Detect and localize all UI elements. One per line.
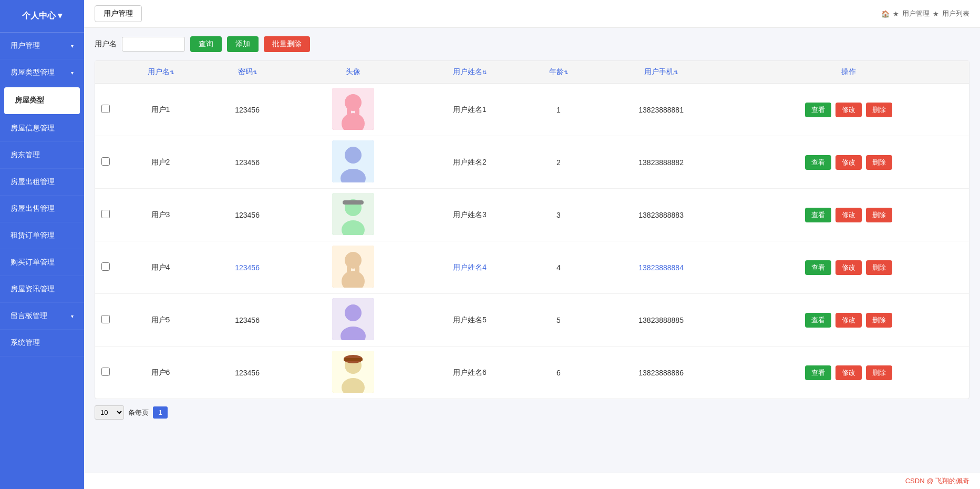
- row-actions: 查看 修改 删除: [728, 241, 969, 294]
- delete-button-4[interactable]: 删除: [866, 260, 892, 275]
- row-username: 用户4: [116, 241, 205, 294]
- user-table: 用户名⇅ 密码⇅ 头像 用户姓名⇅ 年龄⇅ 用户手机⇅ 操作 用户1 12345…: [95, 61, 969, 399]
- delete-button-5[interactable]: 删除: [866, 313, 892, 328]
- row-actions: 查看 修改 删除: [728, 136, 969, 189]
- sidebar-item-user-management[interactable]: 用户管理▾: [0, 33, 84, 59]
- edit-button-4[interactable]: 修改: [835, 260, 862, 275]
- row-fullname: 用户姓名5: [417, 294, 523, 347]
- table-row: 用户2 123456 用户姓名2 2 13823888882 查看 修改 删除: [95, 136, 969, 189]
- view-button-4[interactable]: 查看: [805, 260, 831, 275]
- sidebar-item-rental-order-management[interactable]: 租赁订单管理: [0, 222, 84, 249]
- sidebar-item-label: 房屋出售管理: [11, 204, 55, 213]
- sidebar-item-house-type[interactable]: 房屋类型: [4, 87, 80, 114]
- delete-button-3[interactable]: 删除: [866, 208, 892, 222]
- row-checkbox-3[interactable]: [101, 210, 110, 218]
- row-checkbox-1[interactable]: [101, 105, 110, 113]
- col-fullname[interactable]: 用户姓名⇅: [417, 61, 523, 84]
- content-area: 用户名 查询 添加 批量删除 用户名⇅ 密码⇅ 头像 用户姓名⇅ 年龄⇅ 用户手…: [84, 28, 980, 473]
- sidebar-item-label: 房屋类型管理: [11, 68, 55, 77]
- row-age: 4: [523, 241, 594, 294]
- view-button-1[interactable]: 查看: [805, 103, 831, 117]
- add-button[interactable]: 添加: [227, 36, 259, 52]
- footer-text: CSDN @ 飞翔的佩奇: [905, 477, 969, 485]
- row-username: 用户5: [116, 294, 205, 347]
- delete-button-6[interactable]: 删除: [866, 365, 892, 380]
- user-table-wrapper: 用户名⇅ 密码⇅ 头像 用户姓名⇅ 年龄⇅ 用户手机⇅ 操作 用户1 12345…: [95, 60, 969, 399]
- sidebar-item-system-management[interactable]: 系统管理: [0, 330, 84, 356]
- page-size-select[interactable]: 10 20 50 100: [95, 405, 124, 420]
- row-avatar: [290, 347, 416, 399]
- row-password: 123456: [205, 84, 290, 136]
- avatar-1: [332, 88, 374, 130]
- sidebar-item-arrow: ▾: [71, 70, 74, 76]
- pagination-bar: 10 20 50 100 条每页 1: [95, 399, 969, 422]
- sidebar-item-label: 房屋信息管理: [11, 124, 55, 133]
- sidebar-item-label: 房屋资讯管理: [11, 284, 55, 294]
- sidebar-item-house-news-management[interactable]: 房屋资讯管理: [0, 276, 84, 303]
- row-checkbox-cell: [95, 189, 116, 241]
- search-input[interactable]: [122, 37, 185, 52]
- sidebar-item-purchase-order-management[interactable]: 购买订单管理: [0, 249, 84, 276]
- svg-point-13: [345, 252, 362, 269]
- sidebar-item-arrow: ▾: [71, 43, 74, 49]
- sidebar-item-landlord-management[interactable]: 房东管理: [0, 142, 84, 169]
- topbar-left: 用户管理: [95, 5, 142, 22]
- view-button-5[interactable]: 查看: [805, 313, 831, 328]
- edit-button-6[interactable]: 修改: [835, 365, 862, 380]
- row-username: 用户2: [116, 136, 205, 189]
- svg-point-6: [345, 147, 362, 164]
- sidebar: 个人中心 ▾ 用户管理▾房屋类型管理▾房屋类型房屋信息管理房东管理房屋出租管理房…: [0, 0, 84, 489]
- row-checkbox-6[interactable]: [101, 368, 110, 376]
- view-button-6[interactable]: 查看: [805, 365, 831, 380]
- col-checkbox: [95, 61, 116, 84]
- row-checkbox-4[interactable]: [101, 262, 110, 271]
- row-avatar: [290, 241, 416, 294]
- batch-delete-button[interactable]: 批量删除: [264, 36, 310, 52]
- sidebar-item-house-sale-management[interactable]: 房屋出售管理: [0, 196, 84, 222]
- avatar-6: [332, 351, 374, 393]
- row-password: 123456: [205, 347, 290, 399]
- row-age: 2: [523, 136, 594, 189]
- row-phone: 13823888886: [594, 347, 728, 399]
- row-avatar: [290, 294, 416, 347]
- row-age: 6: [523, 347, 594, 399]
- row-phone: 13823888883: [594, 189, 728, 241]
- row-phone: 13823888881: [594, 84, 728, 136]
- breadcrumb-sep1: ★: [893, 10, 899, 18]
- edit-button-3[interactable]: 修改: [835, 208, 862, 222]
- row-checkbox-cell: [95, 241, 116, 294]
- row-checkbox-2[interactable]: [101, 157, 110, 166]
- col-username[interactable]: 用户名⇅: [116, 61, 205, 84]
- sidebar-item-house-rent-management[interactable]: 房屋出租管理: [0, 169, 84, 196]
- sidebar-item-house-info-management[interactable]: 房屋信息管理: [0, 115, 84, 142]
- row-avatar: [290, 189, 416, 241]
- edit-button-5[interactable]: 修改: [835, 313, 862, 328]
- row-age: 5: [523, 294, 594, 347]
- sidebar-item-label: 留言板管理: [11, 311, 47, 321]
- row-fullname: 用户姓名2: [417, 136, 523, 189]
- page-1-button[interactable]: 1: [153, 406, 168, 419]
- sidebar-header[interactable]: 个人中心 ▾: [0, 0, 84, 33]
- row-phone: 13823888885: [594, 294, 728, 347]
- edit-button-2[interactable]: 修改: [835, 155, 862, 170]
- col-phone[interactable]: 用户手机⇅: [594, 61, 728, 84]
- col-age[interactable]: 年龄⇅: [523, 61, 594, 84]
- sidebar-item-message-board-management[interactable]: 留言板管理▾: [0, 303, 84, 330]
- page-title-button[interactable]: 用户管理: [95, 5, 142, 22]
- row-avatar: [290, 136, 416, 189]
- edit-button-1[interactable]: 修改: [835, 103, 862, 117]
- breadcrumb-item2: 用户列表: [942, 9, 969, 18]
- view-button-2[interactable]: 查看: [805, 155, 831, 170]
- row-checkbox-5[interactable]: [101, 315, 110, 323]
- row-actions: 查看 修改 删除: [728, 347, 969, 399]
- delete-button-1[interactable]: 删除: [866, 103, 892, 117]
- row-password: 123456: [205, 189, 290, 241]
- breadcrumb-item1: 用户管理: [902, 9, 930, 18]
- col-password[interactable]: 密码⇅: [205, 61, 290, 84]
- row-actions: 查看 修改 删除: [728, 189, 969, 241]
- delete-button-2[interactable]: 删除: [866, 155, 892, 170]
- view-button-3[interactable]: 查看: [805, 208, 831, 222]
- search-button[interactable]: 查询: [190, 36, 222, 52]
- sidebar-item-house-type-management[interactable]: 房屋类型管理▾: [0, 59, 84, 86]
- sidebar-item-label: 系统管理: [11, 338, 40, 348]
